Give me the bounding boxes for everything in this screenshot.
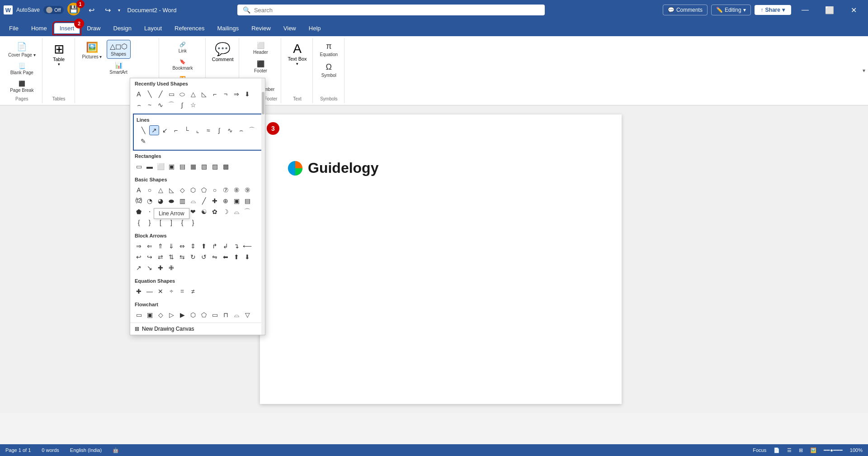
eq3[interactable]: ✕ [156,286,165,296]
bs12[interactable]: ⑿ [134,196,144,206]
fc7[interactable]: ⬠ [199,310,209,320]
pictures-button[interactable]: 🖼️ Pictures ▾ [80,40,105,61]
bs3[interactable]: △ [156,185,165,195]
bs5[interactable]: ◇ [177,185,187,195]
ba13[interactable]: ↪ [145,252,155,262]
bs35[interactable]: } [145,218,155,228]
bs8[interactable]: ○ [210,185,220,195]
bs30[interactable]: ✿ [210,207,220,217]
bs24[interactable]: ⬝ [145,207,155,217]
bs11[interactable]: ⑨ [242,185,252,195]
menu-insert[interactable]: Insert 2 [54,23,80,33]
shape-rtri[interactable]: ◺ [199,89,209,99]
bs6[interactable]: ⬡ [188,185,198,195]
bs23[interactable]: ⬟ [134,207,144,217]
view-icon2[interactable]: ☰ [787,447,792,453]
bs31[interactable]: ☽ [221,207,231,217]
bs18[interactable]: ╱ [199,196,209,206]
shape-wave[interactable]: ∿ [156,100,165,110]
ba2[interactable]: ⇐ [145,241,155,251]
search-input[interactable] [254,7,539,14]
fc10[interactable]: ⌓ [231,310,241,320]
editing-button[interactable]: ✏️ Editing ▾ [711,5,751,15]
comment-ribbon-button[interactable]: 💬 Comment [210,40,236,64]
shape-tri[interactable]: △ [188,89,198,99]
undo-button[interactable]: ↩ [85,4,98,16]
rect8[interactable]: ▨ [210,162,220,171]
fc9[interactable]: ⊓ [221,310,231,320]
menu-draw[interactable]: Draw [81,23,106,33]
ba26[interactable]: ✙ [166,263,176,273]
bs10[interactable]: ⑧ [231,185,241,195]
page-break-button[interactable]: ⬛ Page Break [7,79,36,95]
bs4[interactable]: ◺ [166,185,176,195]
autosave-toggle[interactable]: Off [43,6,63,14]
bookmark-button[interactable]: 🔖 Bookmark [170,57,195,72]
menu-help[interactable]: Help [303,23,326,33]
rect5[interactable]: ▤ [177,162,187,171]
text-box-button[interactable]: A Text Box ▾ [286,40,308,68]
ba20[interactable]: ⬅ [221,252,231,262]
line-zigzag[interactable]: ∿ [225,125,235,135]
document-page[interactable]: Guidelogy [260,114,622,404]
shape-rect[interactable]: ▭ [166,89,176,99]
comments-button[interactable]: 💬 Comments [663,5,708,15]
rect6[interactable]: ▦ [188,162,198,171]
fc2[interactable]: ▣ [145,310,155,320]
shape-diag2[interactable]: ╱ [156,89,165,99]
ba16[interactable]: ⇆ [177,252,187,262]
footer-button[interactable]: ⬛ Footer [251,58,270,75]
line-straight[interactable]: ╲ [138,125,148,135]
eq6[interactable]: ≠ [188,286,198,296]
ba25[interactable]: ✚ [156,263,165,273]
redo-button[interactable]: ↪ [102,4,114,16]
symbol-button[interactable]: Ω Symbol [319,61,339,80]
line-elbow2[interactable]: └ [182,125,192,135]
menu-references[interactable]: References [169,23,210,33]
dropdown-scrollbar[interactable] [261,78,265,335]
eq1[interactable]: ✚ [134,286,144,296]
ba22[interactable]: ⬇ [242,252,252,262]
equation-button[interactable]: π Equation [317,40,340,59]
blank-page-button[interactable]: 📃 Blank Page [8,61,36,77]
bs15[interactable]: ⬬ [166,196,176,206]
ba14[interactable]: ⇄ [156,252,165,262]
bs37[interactable]: ] [166,218,176,228]
ba18[interactable]: ↺ [199,252,209,262]
zoom-slider[interactable]: ━━●━━━ [824,447,843,453]
ba19[interactable]: ⇋ [210,252,220,262]
menu-view[interactable]: View [278,23,302,33]
rect2[interactable]: ▬ [145,162,155,171]
shape-text[interactable]: A [134,89,144,99]
shape-diag1[interactable]: ╲ [145,89,155,99]
shape-curve2[interactable]: ∫ [177,100,187,110]
ba5[interactable]: ⇔ [177,241,187,251]
line-curve[interactable]: ≈ [203,125,213,135]
bs29[interactable]: ☯ [199,207,209,217]
rect3[interactable]: ⬜ [156,162,165,171]
ba4[interactable]: ⇓ [166,241,176,251]
menu-layout[interactable]: Layout [139,23,167,33]
shape-bent2[interactable]: ¬ [221,89,231,99]
bs38[interactable]: { [177,218,187,228]
focus-btn[interactable]: Focus [753,447,766,453]
shape-ellipse[interactable]: ⬭ [177,89,187,99]
ba12[interactable]: ↩ [134,252,144,262]
line-arrow[interactable]: ↗ [149,125,159,135]
quick-access-dropdown[interactable]: ▾ [118,8,120,13]
ba3[interactable]: ⇑ [156,241,165,251]
link-button[interactable]: 🔗 Link [174,40,192,55]
line-scribble[interactable]: ✎ [138,136,148,146]
bs13[interactable]: ◔ [145,196,155,206]
ba23[interactable]: ↗ [134,263,144,273]
ba6[interactable]: ⇕ [188,241,198,251]
bs7[interactable]: ⬠ [199,185,209,195]
bs33[interactable]: ⌒ [242,207,252,217]
maximize-button[interactable]: ⬜ [819,3,840,17]
rect7[interactable]: ▧ [199,162,209,171]
bs20[interactable]: ⊕ [221,196,231,206]
shape-arc[interactable]: ⌢ [134,100,144,110]
ba1[interactable]: ⇒ [134,241,144,251]
bs16[interactable]: ▥ [177,196,187,206]
shape-curve1[interactable]: ~ [145,100,155,110]
